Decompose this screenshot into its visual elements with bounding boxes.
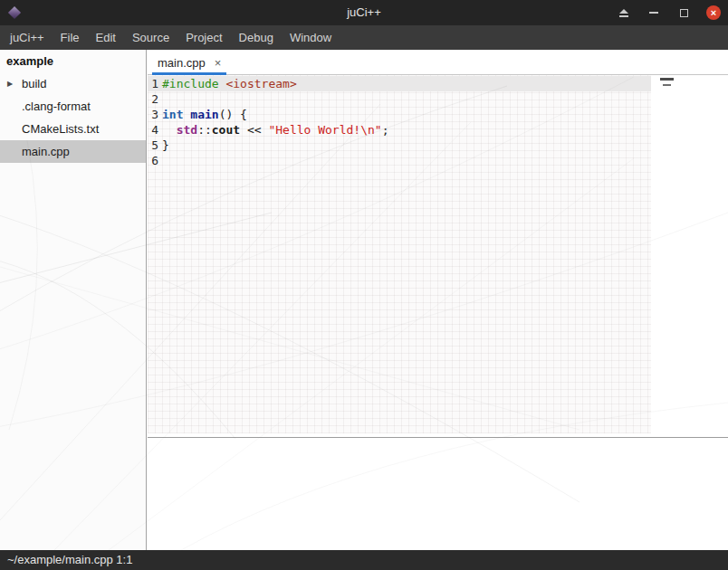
shade-button[interactable] bbox=[617, 5, 631, 20]
restore-icon bbox=[680, 9, 688, 17]
token: std bbox=[177, 123, 197, 137]
app-window: juCi++ × juCi++ File Edit Source Project… bbox=[0, 0, 728, 570]
tab-bar: main.cpp × bbox=[148, 50, 728, 75]
menu-item-debug[interactable]: Debug bbox=[231, 25, 282, 50]
token: } bbox=[162, 138, 169, 152]
code-text: std::cout << "Hello World!\n"; bbox=[158, 122, 388, 138]
main-area: main.cpp × 1#include <iostream> 2 3int m… bbox=[148, 50, 728, 550]
token bbox=[162, 123, 177, 137]
eject-icon-bar bbox=[619, 15, 628, 17]
overview-mark bbox=[663, 84, 671, 86]
expander-icon[interactable]: ▶ bbox=[7, 72, 13, 95]
code-text: #include <iostream> bbox=[158, 76, 297, 91]
code-line[interactable]: 3int main() { bbox=[148, 107, 651, 122]
file-tree-sidebar: example ▶ build .clang-format CMakeLists… bbox=[0, 50, 147, 550]
tree-item-clang-format[interactable]: .clang-format bbox=[0, 95, 146, 118]
code-line[interactable]: 4 std::cout << "Hello World!\n"; bbox=[148, 122, 651, 138]
line-number: 2 bbox=[148, 91, 158, 107]
line-number: 5 bbox=[148, 138, 158, 153]
code-line[interactable]: 1#include <iostream> bbox=[148, 76, 651, 91]
token: << bbox=[240, 123, 268, 137]
code-line[interactable]: 5} bbox=[148, 138, 651, 153]
tree-item-cmakelists[interactable]: CMakeLists.txt bbox=[0, 118, 146, 140]
code-editor[interactable]: 1#include <iostream> 2 3int main() { 4 s… bbox=[148, 75, 651, 433]
menu-item-project[interactable]: Project bbox=[177, 25, 230, 50]
line-number: 4 bbox=[148, 122, 158, 138]
token: <iostream> bbox=[225, 77, 296, 90]
menu-item-juci[interactable]: juCi++ bbox=[2, 25, 53, 50]
minimize-icon bbox=[649, 12, 658, 14]
line-number: 6 bbox=[148, 153, 158, 168]
menu-item-source[interactable]: Source bbox=[124, 25, 177, 50]
restore-button[interactable] bbox=[676, 5, 691, 20]
token: int bbox=[162, 108, 183, 121]
menu-bar: juCi++ File Edit Source Project Debug Wi… bbox=[0, 25, 728, 50]
token: ; bbox=[382, 123, 389, 137]
menu-item-window[interactable]: Window bbox=[282, 25, 340, 50]
tree-item-main-cpp[interactable]: main.cpp bbox=[0, 140, 146, 163]
code-text bbox=[158, 153, 162, 168]
tab-close-icon[interactable]: × bbox=[215, 57, 222, 69]
code-line[interactable]: 6 bbox=[148, 153, 651, 168]
token: #include bbox=[162, 77, 219, 90]
token: "Hello World!\n" bbox=[268, 123, 381, 137]
tree-item-build[interactable]: ▶ build bbox=[0, 72, 146, 95]
tree-item-label: build bbox=[22, 72, 46, 95]
line-number: 3 bbox=[148, 107, 158, 122]
token: () { bbox=[219, 108, 247, 121]
status-bar: ~/example/main.cpp 1:1 bbox=[0, 550, 728, 570]
code-line[interactable]: 2 bbox=[148, 91, 651, 107]
code-text: } bbox=[158, 138, 169, 153]
code-text: int main() { bbox=[158, 107, 247, 122]
menu-item-file[interactable]: File bbox=[53, 25, 88, 50]
tab-main-cpp[interactable]: main.cpp × bbox=[152, 50, 232, 75]
code-text bbox=[158, 91, 162, 107]
token: main bbox=[190, 108, 218, 121]
tab-label: main.cpp bbox=[158, 56, 206, 70]
close-button[interactable]: × bbox=[706, 5, 721, 20]
title-bar: juCi++ × bbox=[0, 0, 728, 25]
output-panel[interactable] bbox=[148, 437, 728, 550]
tree-item-label: .clang-format bbox=[22, 95, 91, 118]
token: :: bbox=[197, 123, 212, 137]
token: cout bbox=[212, 123, 240, 137]
line-number: 1 bbox=[148, 76, 158, 91]
tree-item-label: main.cpp bbox=[22, 140, 70, 163]
eject-icon bbox=[619, 9, 628, 14]
tree-item-label: CMakeLists.txt bbox=[22, 118, 99, 140]
minimize-button[interactable] bbox=[647, 5, 661, 20]
tree-root-example[interactable]: example bbox=[0, 50, 146, 72]
status-file-position: ~/example/main.cpp 1:1 bbox=[7, 553, 132, 566]
editor-region: 1#include <iostream> 2 3int main() { 4 s… bbox=[148, 75, 728, 437]
overview-mark bbox=[660, 78, 674, 81]
window-controls: × bbox=[617, 0, 721, 25]
menu-item-edit[interactable]: Edit bbox=[88, 25, 124, 50]
